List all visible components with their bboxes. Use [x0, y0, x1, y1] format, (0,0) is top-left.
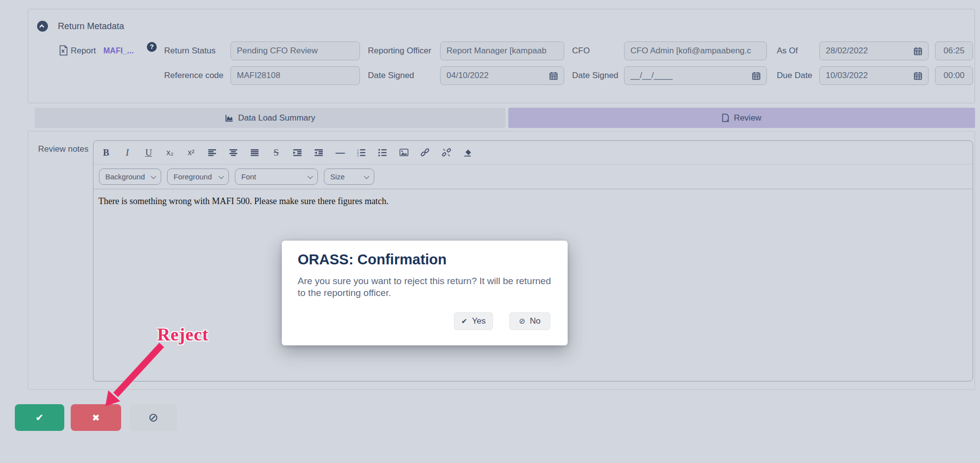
- insert-image-button[interactable]: [399, 149, 408, 156]
- report-link[interactable]: MAFI_...: [103, 42, 134, 60]
- approve-button[interactable]: ✔: [15, 404, 64, 431]
- chevron-up-icon: [40, 25, 45, 30]
- cfo-field[interactable]: CFO Admin [kofi@ampaabeng.c: [624, 42, 767, 60]
- dialog-title: ORASS: Confirmation: [298, 252, 446, 268]
- svg-text:3: 3: [357, 154, 359, 157]
- yes-button[interactable]: ✔ Yes: [454, 312, 493, 330]
- align-left-button[interactable]: [208, 149, 217, 156]
- size-select[interactable]: Size: [324, 168, 374, 185]
- strikethrough-button[interactable]: S: [271, 147, 281, 158]
- editor-toolbar: B I U x₂ x²: [93, 141, 973, 165]
- tab-bar: Data Load Summary Review: [35, 108, 975, 128]
- calendar-icon[interactable]: [752, 72, 760, 80]
- reference-code-field[interactable]: MAFI28108: [230, 66, 360, 85]
- check-icon: ✔: [461, 317, 468, 326]
- bold-button[interactable]: B: [101, 147, 111, 158]
- calendar-icon[interactable]: [914, 47, 922, 55]
- check-icon: ✔: [36, 412, 44, 423]
- background-color-select[interactable]: Background: [99, 168, 161, 185]
- editor-toolbar-selects: Background Foreground Font Size: [93, 165, 973, 189]
- date-signed-officer-field[interactable]: 04/10/2022: [440, 66, 564, 85]
- collapse-panel-button[interactable]: [37, 21, 48, 32]
- dialog-message: Are you sure you want to reject this ret…: [298, 275, 555, 299]
- chevron-down-icon: [308, 173, 313, 178]
- as-of-label: As Of: [777, 42, 798, 60]
- indent-button[interactable]: [293, 149, 302, 156]
- due-date-time-field[interactable]: 00:00: [935, 66, 973, 85]
- confirmation-dialog: ORASS: Confirmation Are you sure you wan…: [282, 241, 568, 345]
- unlink-button[interactable]: [442, 148, 451, 157]
- align-justify-button[interactable]: [250, 149, 260, 156]
- calendar-icon[interactable]: [914, 72, 922, 80]
- reporting-officer-label: Reporting Officer: [368, 42, 431, 60]
- ordered-list-button[interactable]: 1 2 3: [356, 149, 366, 157]
- chevron-down-icon: [151, 173, 156, 178]
- chevron-down-icon: [219, 173, 224, 178]
- reference-code-label: Reference code: [164, 66, 223, 85]
- horizontal-rule-button[interactable]: —: [335, 147, 345, 158]
- report-file-icon: [59, 45, 68, 56]
- chevron-down-icon: [364, 173, 369, 178]
- ban-icon: ⊘: [519, 317, 526, 326]
- reporting-officer-field[interactable]: Report Manager [kampaab: [440, 42, 564, 60]
- reject-annotation-arrow: [99, 340, 173, 414]
- calendar-icon[interactable]: [549, 72, 558, 80]
- chart-icon: [225, 114, 233, 122]
- review-notes-label: Review notes: [38, 144, 89, 154]
- tab-data-load-summary[interactable]: Data Load Summary: [35, 108, 505, 128]
- as-of-time-field[interactable]: 06:25: [935, 42, 973, 60]
- panel-title: Return Metadata: [58, 21, 124, 32]
- review-notes-textarea[interactable]: There is something wrong with MAFI 500. …: [93, 189, 973, 213]
- due-date-field[interactable]: 10/03/2022: [819, 66, 929, 85]
- as-of-date-field[interactable]: 28/02/2022: [819, 42, 929, 60]
- outdent-button[interactable]: [314, 149, 323, 156]
- clear-formatting-eraser-button[interactable]: [463, 149, 472, 157]
- date-signed-cfo-field[interactable]: __/__/____: [624, 66, 767, 85]
- superscript-button[interactable]: x²: [186, 148, 196, 157]
- return-status-field[interactable]: Pending CFO Review: [230, 42, 360, 60]
- return-status-label: Return Status: [164, 42, 216, 60]
- return-metadata-panel: Return Metadata Report MAFI_... ? Return…: [28, 9, 975, 103]
- subscript-button[interactable]: x₂: [165, 148, 175, 157]
- tab-review[interactable]: Review: [508, 108, 975, 128]
- date-signed-officer-label: Date Signed: [368, 66, 414, 85]
- foreground-color-select[interactable]: Foreground: [167, 168, 229, 185]
- help-icon[interactable]: ?: [147, 42, 157, 52]
- due-date-label: Due Date: [777, 66, 812, 85]
- date-signed-cfo-label: Date Signed: [572, 66, 619, 85]
- report-label: Report: [71, 42, 96, 60]
- unordered-list-button[interactable]: [378, 149, 387, 157]
- no-button[interactable]: ⊘ No: [509, 312, 550, 330]
- italic-button[interactable]: I: [123, 147, 132, 158]
- font-select[interactable]: Font: [235, 168, 318, 185]
- cfo-label: CFO: [572, 42, 590, 60]
- underline-button[interactable]: U: [144, 147, 153, 158]
- file-icon: [722, 114, 729, 122]
- align-center-button[interactable]: [229, 149, 238, 156]
- link-button[interactable]: [420, 148, 430, 157]
